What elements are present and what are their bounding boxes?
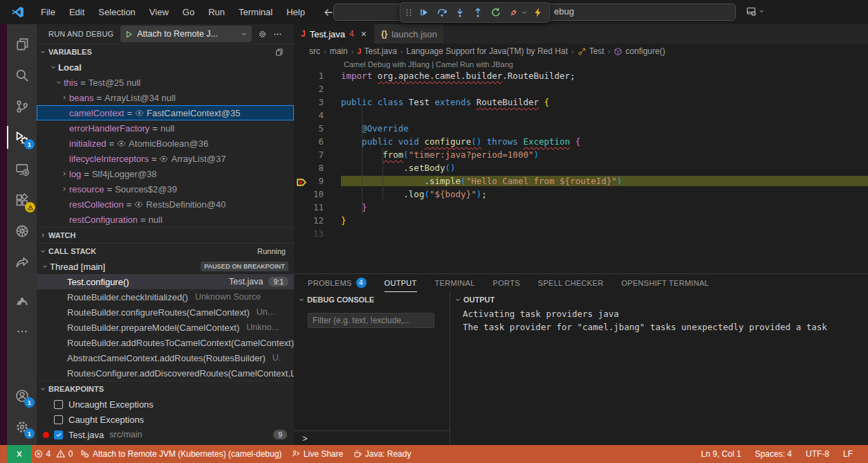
variable-row[interactable]: restCollection=RestsDefinition@40 bbox=[37, 197, 294, 212]
eye-icon[interactable] bbox=[135, 109, 144, 118]
panel-tab-output[interactable]: OUTPUT bbox=[385, 274, 417, 292]
activity-item-ellipsis[interactable] bbox=[7, 316, 37, 347]
breadcrumb-item[interactable]: src bbox=[309, 46, 320, 56]
gutter[interactable]: 2 bbox=[294, 84, 341, 94]
panel-tab-ports[interactable]: PORTS bbox=[493, 274, 520, 292]
gutter[interactable]: 6 bbox=[294, 136, 341, 147]
activity-item-source-control[interactable] bbox=[7, 91, 37, 122]
variable-row[interactable]: beans=ArrayList@34 null bbox=[37, 90, 294, 105]
stack-frame-row[interactable]: RouteBuilder.prepareModel(CamelContext)U… bbox=[37, 320, 294, 335]
stack-frame-row[interactable]: RouteBuilder.checkInitialized()Unknown S… bbox=[37, 289, 294, 305]
panel-tab-spell-checker[interactable]: SPELL CHECKER bbox=[538, 274, 604, 292]
panel-tab-terminal[interactable]: TERMINAL bbox=[435, 274, 475, 292]
breakpoint-row[interactable]: Test.javasrc/main9 bbox=[37, 427, 294, 442]
remote-indicator[interactable] bbox=[7, 445, 31, 463]
gutter[interactable]: 11 bbox=[294, 202, 341, 212]
menu-terminal[interactable]: Terminal bbox=[232, 7, 279, 17]
gutter[interactable]: 13 bbox=[294, 228, 341, 239]
tab-test-java[interactable]: JTest.java4× bbox=[294, 24, 374, 44]
statusbar-java-status[interactable]: Java: Ready bbox=[348, 445, 416, 463]
stack-frame-row[interactable]: RouteBuilder.addRoutesToCamelContext(Cam… bbox=[37, 335, 294, 350]
call-stack-section-header[interactable]: CALL STACK Running bbox=[37, 243, 294, 259]
debug-step-out-button[interactable] bbox=[469, 4, 486, 21]
eye-icon[interactable] bbox=[159, 154, 168, 163]
lightning-button[interactable] bbox=[529, 4, 546, 21]
variable-row[interactable]: resource=Sources$2@39 bbox=[37, 181, 294, 197]
variable-row[interactable]: log=Slf4jLogger@38 bbox=[37, 166, 294, 181]
variable-row[interactable]: camelContext=FastCamelContext@35 bbox=[37, 105, 294, 120]
codelens[interactable]: Camel Debug with JBang | Camel Run with … bbox=[294, 59, 868, 69]
menu-run[interactable]: Run bbox=[201, 7, 232, 17]
breakpoints-section-header[interactable]: BREAKPOINTS bbox=[37, 381, 294, 397]
gutter[interactable]: 1 bbox=[294, 71, 341, 81]
more-actions-icon[interactable] bbox=[273, 30, 282, 39]
activity-item-debug[interactable]: 1 bbox=[7, 122, 37, 153]
open-view-icon[interactable] bbox=[275, 48, 284, 57]
breadcrumb-item[interactable]: Test bbox=[578, 46, 604, 56]
activity-item-remote-explorer[interactable] bbox=[7, 153, 37, 184]
statusbar-problems-errors[interactable]: 4 bbox=[31, 445, 53, 463]
activity-item-settings[interactable]: 1 bbox=[7, 411, 37, 442]
breakpoint-row[interactable]: Uncaught Exceptions bbox=[37, 397, 294, 412]
checkbox[interactable] bbox=[54, 415, 63, 424]
variables-section-header[interactable]: VARIABLES bbox=[37, 44, 294, 60]
variable-row[interactable]: this=Test@25 null bbox=[37, 75, 294, 90]
variable-row[interactable]: restConfiguration=null bbox=[37, 212, 294, 227]
gutter[interactable]: 7 bbox=[294, 149, 341, 160]
stack-frame-row[interactable]: AbstractCamelContext.addRoutes(RoutesBui… bbox=[37, 350, 294, 365]
activity-item-extensions[interactable] bbox=[7, 184, 37, 215]
statusbar-indentation[interactable]: Spaces: 4 bbox=[748, 449, 799, 459]
debug-continue-button[interactable] bbox=[415, 4, 432, 21]
statusbar-debug-session[interactable]: Attach to Remote JVM (Kubernetes) (camel… bbox=[75, 445, 286, 463]
activity-item-camel[interactable] bbox=[7, 284, 37, 316]
tab-launch-json[interactable]: {}launch.json bbox=[374, 24, 445, 44]
variable-row[interactable]: Local bbox=[37, 60, 294, 75]
gutter[interactable]: 9 bbox=[294, 176, 341, 186]
activity-item-share[interactable] bbox=[7, 246, 37, 278]
menu-help[interactable]: Help bbox=[279, 7, 312, 17]
debug-restart-button[interactable] bbox=[487, 4, 504, 21]
debug-console-header[interactable]: DEBUG CONSOLE bbox=[294, 292, 450, 307]
breadcrumb-item[interactable]: configure() bbox=[613, 46, 665, 56]
gutter[interactable]: 8 bbox=[294, 163, 341, 173]
gutter[interactable]: 10 bbox=[294, 189, 341, 199]
layout-control[interactable] bbox=[746, 6, 765, 17]
gutter[interactable]: 4 bbox=[294, 110, 341, 120]
variable-row[interactable]: errorHandlerFactory=null bbox=[37, 120, 294, 136]
launch-config-dropdown[interactable]: Attach to Remote J... bbox=[120, 26, 252, 42]
eye-icon[interactable] bbox=[134, 200, 143, 209]
stack-frame-row[interactable]: Test.configure()Test.java9:1 bbox=[37, 274, 294, 289]
panel-tab-openshift-terminal[interactable]: OPENSHIFT TERMINAL bbox=[621, 274, 709, 292]
debug-step-into-button[interactable] bbox=[451, 4, 468, 21]
breadcrumb-item[interactable]: JTest.java bbox=[357, 46, 396, 56]
gutter[interactable]: 5 bbox=[294, 123, 341, 134]
menu-view[interactable]: View bbox=[142, 7, 176, 17]
activity-item-files[interactable] bbox=[7, 28, 37, 60]
statusbar-live-share[interactable]: Live Share bbox=[286, 445, 348, 463]
eye-icon[interactable] bbox=[117, 139, 126, 148]
breakpoint-row[interactable]: Caught Exceptions bbox=[37, 412, 294, 427]
back-arrow-icon[interactable] bbox=[323, 7, 334, 18]
close-icon[interactable]: × bbox=[361, 28, 367, 39]
activity-item-search[interactable] bbox=[7, 60, 37, 91]
variable-row[interactable]: lifecycleInterceptors=ArrayList@37 bbox=[37, 151, 294, 166]
stack-frame-row[interactable]: RouteBuilder.configureRoutes(CamelContex… bbox=[37, 305, 294, 320]
repl-input[interactable]: > bbox=[294, 430, 450, 446]
checkbox[interactable] bbox=[54, 400, 63, 409]
breadcrumb-item[interactable]: main bbox=[330, 46, 348, 56]
menu-edit[interactable]: Edit bbox=[62, 7, 91, 17]
statusbar-cursor-position[interactable]: Ln 9, Col 1 bbox=[694, 449, 748, 459]
watch-section-header[interactable]: WATCH bbox=[37, 227, 294, 243]
statusbar-problems-warnings[interactable]: 0 bbox=[53, 445, 75, 463]
debug-console-filter-input[interactable] bbox=[308, 313, 434, 328]
checkbox[interactable] bbox=[54, 430, 63, 439]
menu-go[interactable]: Go bbox=[176, 7, 201, 17]
stack-frame-row[interactable]: RoutesConfigurer.addDiscoveredRoutes(Cam… bbox=[37, 365, 294, 381]
activity-item-account[interactable]: 1 bbox=[7, 380, 37, 411]
breadcrumb-item[interactable]: Language Support for Java(TM) by Red Hat bbox=[407, 46, 568, 56]
menu-selection[interactable]: Selection bbox=[91, 7, 142, 17]
chevron-down-icon[interactable] bbox=[520, 9, 528, 16]
menu-file[interactable]: File bbox=[34, 7, 62, 17]
variable-row[interactable]: initialized=AtomicBoolean@36 bbox=[37, 136, 294, 151]
thread-row[interactable]: Thread [main] PAUSED ON BREAKPOINT bbox=[37, 259, 294, 274]
